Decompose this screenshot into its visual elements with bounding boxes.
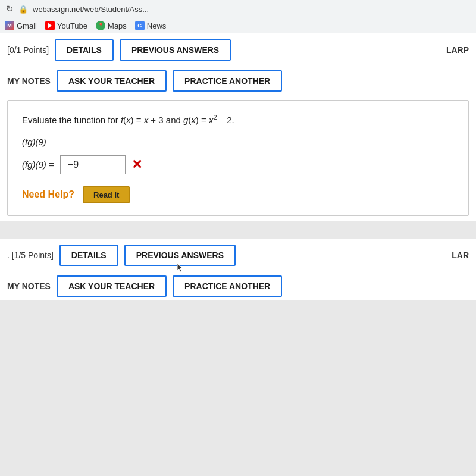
- youtube-icon: [45, 21, 55, 30]
- previous-answers-button-2[interactable]: PREVIOUS ANSWERS: [124, 245, 236, 266]
- toolbar-row-2b: MY NOTES ASK YOUR TEACHER PRACTICE ANOTH…: [0, 272, 476, 300]
- bookmark-maps[interactable]: 📍 Maps: [96, 21, 127, 30]
- larp-label-2: LAR: [452, 250, 469, 260]
- maps-icon: 📍: [96, 21, 105, 30]
- answer-label-1: (fg)(9) =: [22, 159, 54, 170]
- my-notes-label-1: MY NOTES: [7, 76, 51, 86]
- points-label-2: . [1/5 Points]: [7, 250, 54, 260]
- previous-answers-button-1[interactable]: PREVIOUS ANSWERS: [120, 39, 231, 61]
- ask-teacher-button-2[interactable]: ASK YOUR TEACHER: [57, 275, 167, 297]
- gmail-label: Gmail: [17, 21, 37, 30]
- sub-question-1: (fg)(9): [22, 137, 454, 147]
- details-button-2[interactable]: DETAILS: [60, 245, 118, 266]
- news-label: News: [147, 21, 167, 30]
- bookmark-news[interactable]: G News: [135, 21, 167, 30]
- lock-icon: 🔒: [18, 5, 28, 14]
- ask-teacher-button-1[interactable]: ASK YOUR TEACHER: [57, 70, 167, 92]
- news-icon: G: [135, 21, 145, 30]
- youtube-label: YouTube: [57, 21, 87, 30]
- larp-label-1: LARP: [446, 45, 469, 55]
- toolbar-row-2: MY NOTES ASK YOUR TEACHER PRACTICE ANOTH…: [0, 67, 476, 95]
- practice-another-button-1[interactable]: PRACTICE ANOTHER: [173, 70, 282, 92]
- my-notes-label-2: MY NOTES: [7, 281, 51, 291]
- gmail-icon: M: [5, 21, 14, 30]
- maps-label: Maps: [108, 21, 127, 30]
- main-content: [0/1 Points] DETAILS PREVIOUS ANSWERS LA…: [0, 33, 476, 300]
- reload-icon[interactable]: ↻: [6, 4, 14, 14]
- details-button-1[interactable]: DETAILS: [55, 39, 114, 61]
- practice-another-button-2[interactable]: PRACTICE ANOTHER: [173, 275, 282, 297]
- question-area-1: Evaluate the function for f(x) = x + 3 a…: [7, 100, 469, 216]
- answer-input-1[interactable]: [60, 155, 126, 174]
- need-help-row: Need Help? Read It: [22, 186, 454, 203]
- answer-row-1: (fg)(9) = ✕: [22, 155, 454, 174]
- toolbar-row-1b: . [1/5 Points] DETAILS PREVIOUS ANSWERS …: [0, 239, 476, 272]
- section-gap: [0, 221, 476, 239]
- wrong-icon-1: ✕: [131, 157, 142, 173]
- bookmark-youtube[interactable]: YouTube: [45, 21, 87, 30]
- read-it-button[interactable]: Read It: [83, 186, 130, 203]
- bookmarks-bar: M Gmail YouTube 📍 Maps G News: [0, 18, 476, 33]
- toolbar-row-1: [0/1 Points] DETAILS PREVIOUS ANSWERS LA…: [0, 33, 476, 67]
- question-description-1: Evaluate the function for f(x) = x + 3 a…: [22, 112, 454, 127]
- bookmark-gmail[interactable]: M Gmail: [5, 21, 37, 30]
- address-bar: ↻ 🔒 webassign.net/web/Student/Ass...: [6, 4, 470, 14]
- browser-chrome: ↻ 🔒 webassign.net/web/Student/Ass...: [0, 0, 476, 18]
- points-label-1: [0/1 Points]: [7, 45, 49, 55]
- need-help-label: Need Help?: [22, 189, 74, 200]
- address-text: webassign.net/web/Student/Ass...: [33, 5, 149, 14]
